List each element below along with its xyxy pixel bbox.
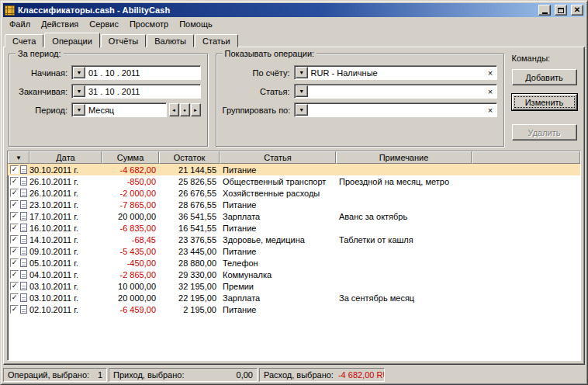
close-button[interactable]: ✕ (571, 5, 583, 16)
period-group: За период: Начиная: ▼ 01 . 10 . 2011 Зак… (9, 54, 208, 147)
row-checkbox[interactable]: ✓ (10, 177, 19, 186)
menu-item-actions[interactable]: Действия (36, 18, 84, 31)
status-expense-value: -4 682,00 RUR (334, 370, 385, 380)
delete-button: Удалить (512, 124, 577, 140)
row-amount: -2 000,00 (102, 189, 159, 198)
amount-column-header[interactable]: Сумма (102, 151, 159, 164)
period-label: Период: (16, 106, 71, 115)
edit-button[interactable]: Изменить (512, 94, 577, 110)
row-checkbox[interactable]: ✓ (10, 165, 19, 174)
category-column-header[interactable]: Статья (220, 151, 336, 164)
row-checkbox[interactable]: ✓ (10, 247, 19, 255)
account-clear-icon[interactable]: × (485, 66, 496, 79)
period-dropdown-icon[interactable]: ▼ (73, 104, 85, 116)
tab-reports[interactable]: Отчёты (101, 34, 146, 47)
end-date-dropdown-icon[interactable]: ▼ (73, 85, 85, 97)
status-income-label: Приход, выбрано: (113, 370, 185, 380)
menu-item-service[interactable]: Сервис (84, 18, 124, 31)
menu-item-view[interactable]: Просмотр (124, 18, 174, 31)
table-row[interactable]: ✓ 03.10.2011 г. 10 000,00 32 195,00 Прем… (8, 280, 580, 292)
menu-bar: Файл Действия Сервис Просмотр Помощь (3, 17, 585, 32)
category-clear-icon[interactable]: × (485, 85, 496, 98)
status-income-value: 0,00 (232, 370, 253, 380)
table-row[interactable]: ✓ 03.10.2011 г. 20 000,00 22 195,00 Зарп… (8, 292, 580, 303)
balance-column-header[interactable]: Остаток (159, 151, 220, 164)
maximize-button[interactable] (555, 5, 567, 16)
status-expense: Расход, выбрано: -4 682,00 RUR (259, 368, 385, 382)
row-date: 17.10.2011 г. (29, 212, 102, 221)
tab-operations[interactable]: Операции (44, 33, 99, 48)
filter-column-header[interactable]: ▼ (8, 151, 29, 164)
category-filter-field[interactable]: ▼ × (294, 84, 497, 99)
note-column-header[interactable]: Примечание (336, 151, 472, 164)
period-next-icon[interactable]: ► (191, 103, 201, 116)
period-field[interactable]: ▼ Месяц (71, 102, 167, 117)
add-button[interactable]: Добавить (512, 69, 577, 85)
start-date-dropdown-icon[interactable]: ▼ (73, 67, 85, 78)
row-category: Хозяйственные расходы (220, 189, 336, 198)
row-date: 03.10.2011 г. (29, 282, 102, 291)
groupby-field[interactable]: ▼ × (294, 102, 497, 117)
minimize-button[interactable] (538, 5, 551, 16)
row-amount: -450,00 (102, 258, 159, 268)
row-amount: -4 682,00 (102, 165, 159, 175)
row-checkbox[interactable]: ✓ (10, 189, 19, 197)
table-row[interactable]: ✓ 16.10.2011 г. -6 835,00 16 541,55 Пита… (8, 222, 580, 234)
row-date: 14.10.2011 г. (29, 235, 102, 245)
account-dropdown-icon[interactable]: ▼ (296, 67, 308, 78)
tab-strip: Счета Операции Отчёты Валюты Статьи (3, 32, 585, 47)
row-category: Премии (220, 282, 336, 291)
row-balance: 22 195,00 (159, 293, 220, 303)
tab-categories[interactable]: Статьи (195, 34, 238, 47)
row-checkbox[interactable]: ✓ (10, 212, 19, 220)
account-filter-field[interactable]: ▼ RUR - Наличные × (294, 65, 497, 80)
operation-doc-icon (20, 189, 27, 197)
row-checkbox[interactable]: ✓ (10, 305, 19, 314)
row-date: 26.10.2011 г. (29, 177, 102, 186)
period-prev-icon[interactable]: ◄ (169, 103, 179, 116)
end-date-value: 31 . 10 . 2011 (85, 86, 200, 96)
row-balance: 28 880,00 (159, 258, 220, 268)
table-row[interactable]: ✓ 09.10.2011 г. -5 435,00 23 445,00 Пита… (8, 245, 580, 257)
tab-currencies[interactable]: Валюты (147, 34, 194, 47)
row-checkbox[interactable]: ✓ (10, 258, 19, 267)
category-dropdown-icon[interactable]: ▼ (296, 85, 308, 97)
groupby-dropdown-icon[interactable]: ▼ (296, 104, 308, 116)
row-date: 16.10.2011 г. (29, 224, 102, 233)
start-date-field[interactable]: ▼ 01 . 10 . 2011 (71, 65, 201, 80)
table-row[interactable]: ✓ 26.10.2011 г. -2 000,00 26 676,55 Хозя… (8, 187, 580, 199)
table-row[interactable]: ✓ 05.10.2011 г. -450,00 28 880,00 Телефо… (8, 257, 580, 269)
start-date-value: 01 . 10 . 2011 (85, 68, 200, 78)
operation-doc-icon (20, 224, 27, 232)
menu-item-file[interactable]: Файл (4, 18, 36, 31)
row-amount: -68,45 (102, 235, 159, 245)
table-header: ▼ Дата Сумма Остаток Статья Примечание (8, 151, 580, 164)
row-note: Аванс за октябрь (336, 212, 580, 221)
tab-accounts[interactable]: Счета (5, 34, 43, 47)
table-row[interactable]: ✓ 04.10.2011 г. -2 865,00 29 330,00 Комм… (8, 269, 580, 280)
row-balance: 21 144,55 (159, 165, 220, 175)
category-filter-value (308, 91, 485, 92)
table-row[interactable]: ✓ 02.10.2011 г. -6 459,00 2 195,00 Питан… (8, 303, 580, 315)
table-row[interactable]: ✓ 14.10.2011 г. -68,45 23 376,55 Здоровь… (8, 234, 580, 245)
groupby-clear-icon[interactable]: × (485, 103, 496, 116)
menu-item-help[interactable]: Помощь (174, 18, 218, 31)
row-checkbox[interactable]: ✓ (10, 270, 19, 279)
status-operations: Операций, выбрано: 1 (3, 368, 107, 382)
row-checkbox[interactable]: ✓ (10, 282, 19, 290)
row-checkbox[interactable]: ✓ (10, 200, 19, 209)
row-balance: 2 195,00 (159, 305, 220, 314)
row-checkbox[interactable]: ✓ (10, 235, 19, 244)
table-row[interactable]: ✓ 17.10.2011 г. 20 000,00 36 541,55 Зарп… (8, 210, 580, 222)
status-operations-value: 1 (93, 370, 102, 380)
commands-group-title: Команды: (512, 54, 579, 63)
table-row[interactable]: ✓ 30.10.2011 г. -4 682,00 21 144,55 Пита… (8, 164, 580, 175)
period-current-icon[interactable]: ● (180, 103, 190, 116)
date-column-header[interactable]: Дата (29, 151, 102, 164)
row-checkbox[interactable]: ✓ (10, 224, 19, 232)
row-checkbox[interactable]: ✓ (10, 293, 19, 302)
end-date-field[interactable]: ▼ 31 . 10 . 2011 (71, 84, 201, 99)
table-row[interactable]: ✓ 23.10.2011 г. -7 865,00 28 676,55 Пита… (8, 199, 580, 210)
period-value: Месяц (85, 105, 166, 115)
table-row[interactable]: ✓ 26.10.2011 г. -850,00 25 826,55 Общест… (8, 175, 580, 187)
